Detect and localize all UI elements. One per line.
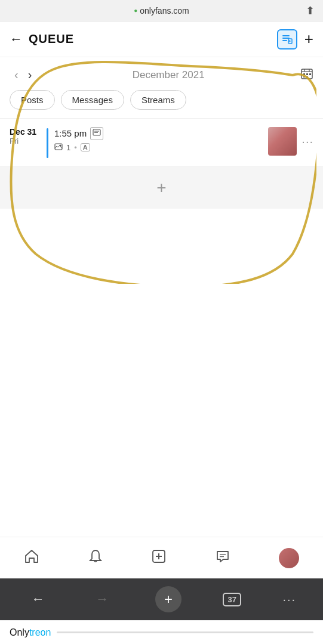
item-type-icon: [90, 127, 103, 140]
header-left: ← QUEUE: [10, 32, 74, 47]
filter-tab-streams[interactable]: Streams: [130, 90, 186, 110]
item-time-row: 1:55 pm: [54, 127, 262, 140]
browser-add-button[interactable]: +: [155, 586, 182, 612]
calendar-nav: ‹ › December 2021: [0, 57, 323, 90]
browser-bottom-bar: ← → + 37 ···: [0, 578, 323, 620]
browser-more-button[interactable]: ···: [283, 593, 297, 606]
svg-rect-12: [306, 76, 308, 78]
browser-forward-button[interactable]: →: [91, 587, 113, 612]
onlytreon-logo: Onlytreon: [10, 627, 51, 638]
add-plus-icon: +: [156, 178, 166, 197]
page-title: QUEUE: [29, 32, 74, 46]
filter-tabs: Posts Messages Streams: [0, 90, 323, 118]
prev-month-button[interactable]: ‹: [10, 66, 23, 84]
svg-rect-2: [282, 40, 287, 41]
item-meta-row: 1 • A: [54, 143, 262, 153]
time-indicator: [47, 128, 48, 158]
text-icon: A: [81, 143, 90, 151]
nav-home[interactable]: [24, 549, 39, 568]
dot-separator: •: [74, 143, 77, 152]
onlytreon-progress: [57, 631, 313, 633]
nav-notifications[interactable]: [88, 549, 103, 568]
svg-rect-8: [303, 73, 305, 75]
queue-item: Dec 31 Fri 1:55 pm: [0, 119, 323, 167]
browser-url: onlyfans.com: [134, 6, 189, 16]
next-month-button[interactable]: ›: [23, 66, 37, 84]
media-count: 1: [66, 143, 70, 152]
item-right: ···: [268, 127, 313, 156]
bell-icon: [88, 549, 103, 568]
onlytreon-treon-text: treon: [29, 627, 51, 637]
browser-share-icon[interactable]: ⬆: [306, 4, 315, 17]
nav-add[interactable]: [151, 549, 167, 568]
filter-tab-posts[interactable]: Posts: [10, 90, 55, 110]
add-square-icon: [151, 549, 167, 568]
add-button[interactable]: +: [304, 30, 313, 48]
svg-rect-11: [303, 76, 305, 78]
date-weekday: Fri: [10, 137, 41, 145]
back-button[interactable]: ←: [10, 32, 23, 47]
queue-section: Dec 31 Fri 1:55 pm: [0, 118, 323, 167]
item-time: 1:55 pm: [54, 128, 87, 138]
add-post-row[interactable]: +: [0, 167, 323, 209]
browser-tabs-button[interactable]: 37: [223, 593, 241, 606]
svg-rect-9: [306, 73, 308, 75]
svg-rect-10: [309, 73, 311, 75]
browser-back-button[interactable]: ←: [27, 587, 50, 612]
home-icon: [24, 549, 39, 568]
calendar-grid-icon[interactable]: [300, 67, 313, 83]
svg-point-17: [60, 144, 61, 146]
month-label: December 2021: [36, 69, 300, 81]
nav-messages[interactable]: [215, 549, 230, 568]
chat-icon: [215, 549, 230, 568]
onlytreon-only-text: Only: [10, 627, 29, 637]
media-icon: [54, 143, 63, 153]
profile-avatar: [279, 548, 299, 568]
date-column: Dec 31 Fri: [10, 127, 41, 145]
more-options-button[interactable]: ···: [302, 135, 313, 148]
queue-icon-button[interactable]: [277, 29, 297, 49]
nav-profile[interactable]: [279, 548, 299, 568]
date-day: Dec 31: [10, 127, 41, 137]
app-header: ← QUEUE +: [0, 21, 323, 57]
onlytreon-bar: Onlytreon: [0, 620, 323, 644]
svg-rect-0: [282, 35, 290, 36]
header-right: +: [277, 29, 313, 49]
filter-tab-messages[interactable]: Messages: [61, 90, 124, 110]
bottom-nav: [0, 537, 323, 578]
item-thumbnail: [268, 127, 297, 156]
item-details: 1:55 pm 1 •: [54, 127, 262, 153]
browser-bar: onlyfans.com ⬆: [0, 0, 323, 21]
